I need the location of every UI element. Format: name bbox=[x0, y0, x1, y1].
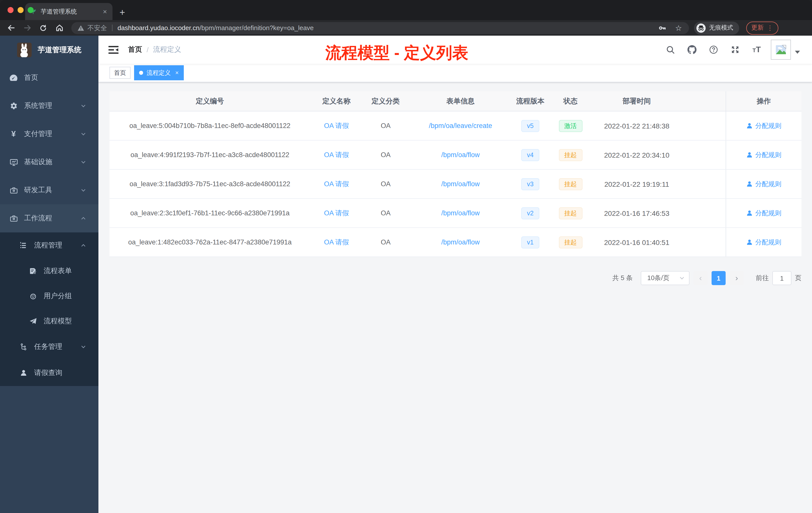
definition-table: 定义编号 定义名称 定义分类 表单信息 流程版本 状态 部署时间 操作 oa_l… bbox=[110, 91, 802, 257]
definition-name-link[interactable]: OA 请假 bbox=[324, 238, 349, 247]
definition-category: OA bbox=[381, 209, 390, 217]
security-warning-icon bbox=[77, 24, 84, 31]
tag-close-icon[interactable]: × bbox=[175, 69, 179, 76]
definition-name-link[interactable]: OA 请假 bbox=[324, 209, 349, 218]
sidebar-item-label: 工作流程 bbox=[24, 214, 80, 223]
close-window-button[interactable] bbox=[7, 7, 13, 13]
minimize-window-button[interactable] bbox=[18, 7, 24, 13]
sidebar-item-label: 任务管理 bbox=[34, 342, 80, 351]
sidebar-item-label: 流程表单 bbox=[44, 267, 89, 276]
assign-rule-label: 分配规则 bbox=[755, 121, 781, 130]
goto-page-input[interactable] bbox=[772, 271, 791, 285]
sidebar-item-leave-query[interactable]: 请假查询 bbox=[0, 360, 98, 386]
definition-id: oa_leave:5:004b710b-7b8a-11ec-8ef0-acde4… bbox=[129, 122, 290, 129]
sidebar-item-home[interactable]: 首页 bbox=[0, 64, 98, 92]
form-info-link[interactable]: /bpm/oa/flow bbox=[441, 180, 480, 188]
definition-name-link[interactable]: OA 请假 bbox=[324, 179, 349, 188]
omnibox-divider bbox=[112, 25, 113, 31]
sidebar-item-process-model[interactable]: 流程模型 bbox=[0, 309, 98, 334]
password-key-icon[interactable] bbox=[658, 24, 666, 32]
goto-label: 前往 bbox=[756, 274, 769, 282]
navbar: 首页 / 流程定义 bbox=[98, 36, 812, 64]
workflow-submenu: 流程管理 流程表单 bbox=[0, 233, 98, 386]
reload-icon[interactable] bbox=[36, 22, 50, 34]
form-info-link[interactable]: /bpm/oa/flow bbox=[441, 151, 480, 159]
tag-home[interactable]: 首页 bbox=[110, 67, 130, 79]
assign-rule-link[interactable]: 分配规则 bbox=[746, 209, 781, 218]
definition-name-link[interactable]: OA 请假 bbox=[324, 150, 349, 159]
new-tab-button[interactable]: + bbox=[119, 7, 125, 17]
fullscreen-icon[interactable] bbox=[731, 45, 740, 54]
browser-toolbar: 不安全 dashboard.yudao.iocoder.cn/bpm/manag… bbox=[0, 20, 812, 36]
deploy-time: 2022-01-22 19:19:11 bbox=[604, 180, 669, 188]
chevron-down-icon bbox=[80, 131, 86, 137]
home-icon[interactable] bbox=[52, 22, 66, 34]
font-size-icon[interactable]: TT bbox=[753, 46, 761, 54]
page-1-button[interactable]: 1 bbox=[712, 271, 726, 285]
form-icon bbox=[29, 267, 38, 276]
browser-menu-kebab-icon[interactable]: ⋮ bbox=[767, 24, 773, 32]
definition-id: oa_leave:4:991f2193-7b7f-11ec-a3c8-acde4… bbox=[130, 151, 290, 159]
version-badge: v5 bbox=[522, 120, 539, 132]
assign-rule-link[interactable]: 分配规则 bbox=[746, 121, 781, 130]
avatar-caret-icon[interactable] bbox=[795, 51, 800, 56]
pagination-total: 共 5 条 bbox=[612, 274, 633, 282]
form-info-link[interactable]: /bpm/oa/flow bbox=[441, 238, 480, 246]
security-label[interactable]: 不安全 bbox=[87, 23, 107, 32]
tag-process-definition[interactable]: 流程定义 × bbox=[134, 65, 184, 80]
app-logo: 芋道管理系统 bbox=[0, 36, 98, 64]
bookmark-star-icon[interactable]: ☆ bbox=[675, 24, 682, 32]
update-button[interactable]: 更新 ⋮ bbox=[746, 21, 778, 34]
page-size-select[interactable]: 10条/页 bbox=[641, 271, 690, 285]
sidebar-item-process-form[interactable]: 流程表单 bbox=[0, 259, 98, 283]
column-header: 表单信息 bbox=[409, 91, 512, 111]
table-row: oa_leave:2:3c1f0ef1-76b1-11ec-9c66-a2380… bbox=[110, 199, 802, 228]
monitor-icon bbox=[9, 158, 18, 167]
prev-page-button[interactable]: ‹ bbox=[694, 271, 707, 285]
assign-rule-link[interactable]: 分配规则 bbox=[746, 150, 781, 159]
column-header: 定义编号 bbox=[110, 91, 310, 111]
assign-rule-link[interactable]: 分配规则 bbox=[746, 238, 781, 247]
sidebar-item-process-management[interactable]: 流程管理 bbox=[0, 233, 98, 259]
sidebar-item-label: 基础设施 bbox=[24, 158, 80, 167]
breadcrumb-separator: / bbox=[147, 46, 149, 54]
back-icon[interactable] bbox=[4, 22, 18, 34]
maximize-window-button[interactable] bbox=[28, 7, 34, 13]
sidebar-item-infrastructure[interactable]: 基础设施 bbox=[0, 148, 98, 176]
sidebar-item-label: 系统管理 bbox=[24, 101, 80, 111]
forward-icon[interactable] bbox=[20, 22, 34, 34]
next-page-button[interactable]: › bbox=[730, 271, 744, 285]
sidebar-item-workflow[interactable]: 工作流程 bbox=[0, 204, 98, 233]
search-icon[interactable] bbox=[666, 45, 675, 54]
address-bar[interactable]: 不安全 dashboard.yudao.iocoder.cn/bpm/manag… bbox=[71, 22, 689, 34]
assign-rule-link[interactable]: 分配规则 bbox=[746, 179, 781, 188]
status-badge: 激活 bbox=[559, 120, 582, 132]
user-icon bbox=[746, 122, 753, 129]
github-icon[interactable] bbox=[688, 45, 697, 54]
sidebar-item-label: 流程管理 bbox=[34, 241, 80, 250]
sidebar-item-user-group[interactable]: 用户分组 bbox=[0, 283, 98, 309]
help-icon[interactable] bbox=[709, 45, 718, 54]
form-info-link[interactable]: /bpm/oa/flow bbox=[441, 209, 480, 217]
sidebar-item-payment[interactable]: ¥ 支付管理 bbox=[0, 120, 98, 148]
assign-rule-label: 分配规则 bbox=[755, 238, 781, 247]
sidebar-item-system[interactable]: 系统管理 bbox=[0, 92, 98, 120]
deploy-time: 2022-01-16 17:46:53 bbox=[604, 209, 669, 217]
main-area: 流程模型 - 定义列表 首页 / 流程定义 bbox=[98, 36, 812, 513]
avatar[interactable] bbox=[771, 40, 791, 60]
tab-close-icon[interactable]: × bbox=[102, 7, 108, 16]
sidebar-item-devtools[interactable]: 研发工具 bbox=[0, 176, 98, 204]
chevron-down-icon bbox=[80, 159, 86, 165]
tag-label: 首页 bbox=[114, 68, 126, 77]
definition-name-link[interactable]: OA 请假 bbox=[324, 121, 349, 130]
sidebar-toggle-icon[interactable] bbox=[109, 46, 118, 54]
form-info-link[interactable]: /bpm/oa/leave/create bbox=[429, 122, 492, 129]
toolbox-icon bbox=[9, 186, 18, 195]
incognito-label: 无痕模式 bbox=[709, 24, 733, 32]
sidebar-item-task-management[interactable]: 任务管理 bbox=[0, 334, 98, 360]
breadcrumb-home[interactable]: 首页 bbox=[128, 45, 142, 54]
browser-tab[interactable]: 芋道管理系统 × bbox=[25, 3, 113, 20]
column-header: 操作 bbox=[726, 91, 802, 111]
browser-chrome: 芋道管理系统 × + bbox=[0, 0, 812, 36]
breadcrumb-current: 流程定义 bbox=[153, 45, 181, 54]
